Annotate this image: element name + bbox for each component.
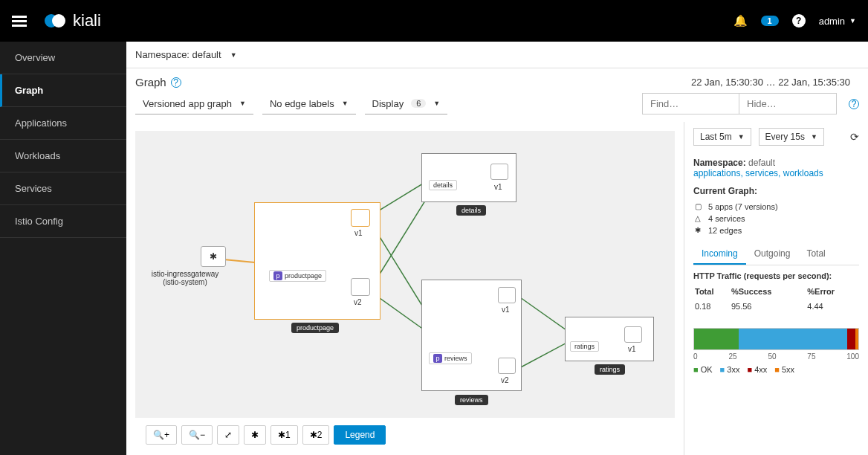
node-productpage-v2[interactable]: [351, 278, 370, 296]
sidebar-item-workloads[interactable]: Workloads: [0, 140, 126, 172]
find-input[interactable]: [643, 94, 739, 114]
notification-count[interactable]: 1: [761, 16, 779, 26]
caret-down-icon: ▼: [230, 51, 237, 59]
layout-default-button[interactable]: ✱: [244, 425, 266, 445]
user-menu[interactable]: admin ▼: [819, 16, 856, 27]
legend-5xx: 5xx: [774, 365, 794, 374]
node-label-v2: v2: [354, 298, 362, 306]
graph-type-select[interactable]: Versioned app graph▼: [135, 94, 253, 114]
node-details-v1[interactable]: [490, 164, 508, 180]
find-help-icon[interactable]: ?: [849, 99, 859, 109]
legend-3xx: 3xx: [720, 365, 740, 374]
zoom-in-button[interactable]: 🔍+: [146, 425, 177, 445]
brand-text: kiali: [73, 11, 101, 30]
layout-2-button[interactable]: ✱2: [302, 425, 330, 445]
summary-apps: 5 apps (7 versions): [693, 201, 859, 213]
node-label-v2: v2: [501, 376, 509, 384]
sidebar-item-istio-config[interactable]: Istio Config: [0, 205, 126, 238]
hide-input[interactable]: [739, 94, 836, 114]
caret-down-icon: ▼: [342, 100, 349, 107]
cluster-label-details: details: [456, 205, 486, 216]
service-ratings[interactable]: ratings: [570, 341, 599, 352]
display-select[interactable]: Display 6 ▼: [365, 94, 448, 114]
node-label-v1: v1: [354, 229, 363, 237]
node-productpage-v1[interactable]: [351, 209, 370, 227]
tab-incoming[interactable]: Incoming: [693, 244, 746, 265]
time-range-display: 22 Jan, 15:30:30 … 22 Jan, 15:35:30: [691, 77, 859, 88]
node-istio-ingressgateway[interactable]: ✱: [201, 246, 226, 267]
user-name: admin: [819, 16, 845, 27]
traffic-title: HTTP Traffic (requests per second):: [693, 271, 859, 280]
zoom-out-button[interactable]: 🔍−: [181, 425, 213, 445]
ns-value: default: [748, 158, 775, 168]
node-label-v1: v1: [494, 183, 502, 191]
node-reviews-v1[interactable]: [498, 287, 516, 303]
summary-panel: Last 5m▼ Every 15s▼ ⟳ Hide » Namespace: …: [684, 122, 868, 455]
edge-labels-select[interactable]: No edge labels▼: [262, 94, 356, 114]
sidebar-item-overview[interactable]: Overview: [0, 42, 126, 74]
refresh-icon[interactable]: ⟳: [850, 131, 859, 143]
current-graph-label: Current Graph:: [693, 186, 757, 196]
legend-4xx: 4xx: [747, 365, 767, 374]
brand-logo[interactable]: kiali: [45, 11, 101, 30]
refresh-interval-select[interactable]: Every 15s▼: [759, 128, 824, 146]
node-ratings-v1[interactable]: [624, 326, 642, 343]
node-label: istio-ingressgateway (istio-system): [144, 270, 226, 286]
page-title: Graph: [135, 76, 166, 88]
caret-down-icon: ▼: [433, 100, 440, 107]
service-details[interactable]: details: [429, 180, 457, 190]
tab-outgoing[interactable]: Outgoing: [746, 244, 799, 265]
tab-total[interactable]: Total: [798, 244, 833, 265]
legend-ok: OK: [693, 365, 713, 374]
node-label-v1: v1: [628, 345, 636, 353]
time-range-select[interactable]: Last 5m▼: [693, 128, 751, 146]
info-icon[interactable]: ?: [171, 77, 181, 88]
legend-button[interactable]: Legend: [334, 425, 386, 445]
sidebar: Overview Graph Applications Workloads Se…: [0, 42, 126, 455]
summary-edges: 12 edges: [693, 225, 859, 236]
service-productpage[interactable]: pproductpage: [269, 270, 326, 282]
caret-down-icon: ▼: [811, 133, 817, 141]
namespace-select[interactable]: Namespace: default ▼: [135, 42, 237, 68]
traffic-table: Total %Success %Error 0.18 95.56 4.44: [693, 283, 859, 314]
topbar: kiali 🔔 1 ? admin ▼: [0, 0, 868, 42]
caret-down-icon: ▼: [849, 17, 856, 25]
sidebar-item-services[interactable]: Services: [0, 172, 126, 205]
cluster-label-reviews: reviews: [455, 395, 488, 405]
summary-services: 4 services: [693, 213, 859, 225]
ns-links[interactable]: applications, services, workloads: [693, 168, 823, 178]
fit-button[interactable]: ⤢: [217, 425, 239, 445]
logo-icon: [45, 13, 67, 28]
hamburger-icon[interactable]: [12, 13, 27, 29]
cluster-label-productpage: productpage: [291, 323, 339, 333]
cluster-label-ratings: ratings: [595, 364, 625, 375]
help-icon[interactable]: ?: [792, 14, 806, 28]
graph-canvas[interactable]: ✱ istio-ingressgateway (istio-system) pr…: [135, 131, 675, 418]
sidebar-item-graph[interactable]: Graph: [0, 74, 126, 107]
namespace-label: Namespace: default: [135, 49, 221, 60]
layout-1-button[interactable]: ✱1: [271, 425, 298, 445]
node-label-v1: v1: [502, 306, 510, 314]
caret-down-icon: ▼: [239, 100, 246, 107]
bell-icon[interactable]: 🔔: [733, 14, 748, 28]
service-reviews[interactable]: previews: [429, 352, 472, 364]
ns-label: Namespace:: [693, 158, 746, 168]
traffic-bar-chart: 0255075100 OK 3xx 4xx 5xx: [693, 328, 859, 374]
caret-down-icon: ▼: [738, 133, 745, 141]
display-count: 6: [411, 99, 426, 108]
sidebar-item-applications[interactable]: Applications: [0, 107, 126, 140]
node-reviews-v2[interactable]: [498, 358, 516, 374]
